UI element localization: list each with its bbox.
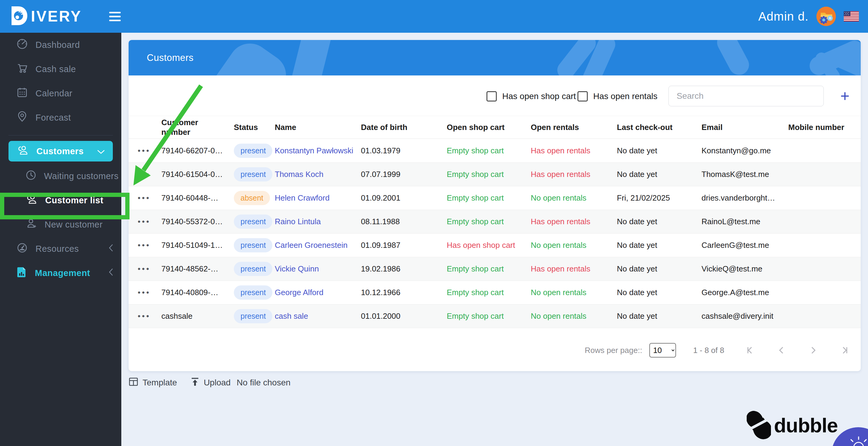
cell-open-shop-cart: Empty shop cart <box>440 217 524 226</box>
sidebar-label: Management <box>35 268 90 278</box>
customer-name-link[interactable]: George Alford <box>275 288 323 297</box>
divery-logo-icon <box>9 5 28 27</box>
previous-page-button[interactable] <box>776 344 787 356</box>
table-row[interactable]: ••• 79140-60448-… absent Helen Crawford … <box>129 186 861 210</box>
filter-bar: Has open shop cart Has open rentals + <box>129 86 861 107</box>
gauge-icon <box>17 242 28 255</box>
row-actions-button[interactable]: ••• <box>129 311 161 321</box>
language-flag-us-icon[interactable] <box>844 11 859 22</box>
customer-name-link[interactable]: Helen Crawford <box>275 193 330 202</box>
users-icon <box>26 194 37 207</box>
cell-customer-number: cashsale <box>161 311 229 321</box>
table-row[interactable]: ••• cashsale present cash sale 01.01.200… <box>129 305 861 328</box>
filter-has-open-shop-cart[interactable]: Has open shop cart <box>487 86 576 107</box>
sidebar-item-waiting-customers[interactable]: Waiting customers <box>0 164 121 188</box>
cell-date-of-birth: 07.07.1999 <box>355 170 440 179</box>
dubble-logo-text: dubble <box>774 414 838 437</box>
top-bar: IVERY Admin d. <box>0 0 868 33</box>
banner-illustration <box>129 40 861 75</box>
cell-email: dries.vanderborght… <box>695 193 781 203</box>
table-template-icon <box>129 377 138 389</box>
status-badge: absent <box>234 191 270 205</box>
brand-text: IVERY <box>31 8 82 25</box>
customer-name-link[interactable]: Vickie Quinn <box>275 264 319 273</box>
cell-email: George.A@test.me <box>695 288 781 297</box>
column-header: Open shop cart <box>440 123 524 132</box>
status-badge: present <box>234 214 272 229</box>
cell-date-of-birth: 10.12.1966 <box>355 288 440 297</box>
customer-name-link[interactable]: cash sale <box>275 311 308 320</box>
sidebar-item-forecast[interactable]: Forecast <box>0 105 121 130</box>
checkbox-icon[interactable] <box>487 91 497 102</box>
status-badge: present <box>234 262 272 276</box>
filter-has-open-rentals[interactable]: Has open rentals <box>578 86 657 107</box>
sidebar-item-customer-list[interactable]: Customer list <box>0 188 121 212</box>
divery-logo[interactable]: IVERY <box>9 5 82 27</box>
next-page-button[interactable] <box>807 344 819 356</box>
checkbox-icon[interactable] <box>578 91 588 102</box>
cell-date-of-birth: 08.11.1988 <box>355 217 440 226</box>
column-header: Open rentals <box>524 123 610 132</box>
rows-per-page-select[interactable]: 10 <box>649 343 676 357</box>
import-actions: Template Upload No file chosen <box>129 374 290 391</box>
template-button[interactable]: Template <box>129 377 177 389</box>
row-actions-button[interactable]: ••• <box>129 264 161 274</box>
cell-last-check-out: No date yet <box>610 146 695 156</box>
sidebar-item-calendar[interactable]: Calendar <box>0 81 121 105</box>
sidebar-label: Calendar <box>35 89 72 99</box>
column-header: Date of birth <box>355 123 440 132</box>
cell-email: ThomasK@test.me <box>695 170 781 179</box>
customer-name-link[interactable]: Thomas Koch <box>275 170 323 179</box>
table-row[interactable]: ••• 79140-66207-0… present Konstantyn Pa… <box>129 139 861 163</box>
cell-open-rentals: Has open rentals <box>524 170 610 179</box>
template-label: Template <box>143 378 177 387</box>
row-actions-button[interactable]: ••• <box>129 217 161 226</box>
row-actions-button[interactable]: ••• <box>129 241 161 250</box>
table-row[interactable]: ••• 79140-40809-… present George Alford … <box>129 281 861 305</box>
customer-name-link[interactable]: Konstantyn Pawłowski <box>275 146 353 155</box>
status-badge: present <box>234 167 272 181</box>
column-header: Name <box>271 123 355 132</box>
users-icon <box>17 145 29 158</box>
row-actions-button[interactable]: ••• <box>129 170 161 179</box>
cell-customer-number: 79140-61504-0… <box>161 170 229 179</box>
cell-customer-number: 79140-40809-… <box>161 288 229 297</box>
table-row[interactable]: ••• 79140-55372-0… present Raino Lintula… <box>129 210 861 234</box>
hamburger-menu-icon[interactable] <box>109 12 121 21</box>
row-actions-button[interactable]: ••• <box>129 146 161 156</box>
upload-label: Upload <box>204 378 231 387</box>
cell-date-of-birth: 01.03.1979 <box>355 146 440 156</box>
sidebar-item-cash-sale[interactable]: Cash sale <box>0 57 121 81</box>
user-menu[interactable]: Admin d. <box>758 7 859 26</box>
status-badge: present <box>234 309 272 323</box>
sidebar-item-management[interactable]: Management <box>0 261 121 285</box>
customer-name-link[interactable]: Raino Lintula <box>275 217 321 226</box>
upload-button[interactable]: Upload <box>190 377 231 389</box>
sidebar-divider <box>8 135 113 135</box>
sidebar-item-customers[interactable]: Customers <box>8 141 113 162</box>
customer-name-link[interactable]: Carleen Groenestein <box>275 241 347 250</box>
avatar[interactable] <box>816 7 836 26</box>
cell-last-check-out: No date yet <box>610 170 695 179</box>
last-page-button[interactable] <box>839 344 850 356</box>
first-page-button[interactable] <box>744 344 756 356</box>
table-row[interactable]: ••• 79140-51049-1… present Carleen Groen… <box>129 234 861 257</box>
customers-card: Customers Has open shop cart Has open re… <box>129 40 861 371</box>
sidebar-label: Cash sale <box>35 64 76 74</box>
cell-open-shop-cart: Empty shop cart <box>440 193 524 203</box>
user-plus-icon <box>26 218 37 231</box>
table-row[interactable]: ••• 79140-61504-0… present Thomas Koch 0… <box>129 163 861 186</box>
table-row[interactable]: ••• 79140-48562-… present Vickie Quinn 1… <box>129 257 861 281</box>
sidebar-item-new-customer[interactable]: New customer <box>0 212 121 237</box>
sidebar-item-dashboard[interactable]: Dashboard <box>0 33 121 57</box>
row-actions-button[interactable]: ••• <box>129 288 161 297</box>
page-banner: Customers <box>129 40 861 75</box>
row-actions-button[interactable]: ••• <box>129 193 161 203</box>
cell-date-of-birth: 01.09.1987 <box>355 241 440 250</box>
add-customer-button[interactable]: + <box>835 87 855 106</box>
search-input[interactable] <box>669 86 824 106</box>
sidebar-item-resources[interactable]: Resources <box>0 237 121 261</box>
cart-icon <box>17 63 28 76</box>
cell-email: CarleenG@test.me <box>695 241 781 250</box>
report-doc-icon <box>17 267 27 280</box>
